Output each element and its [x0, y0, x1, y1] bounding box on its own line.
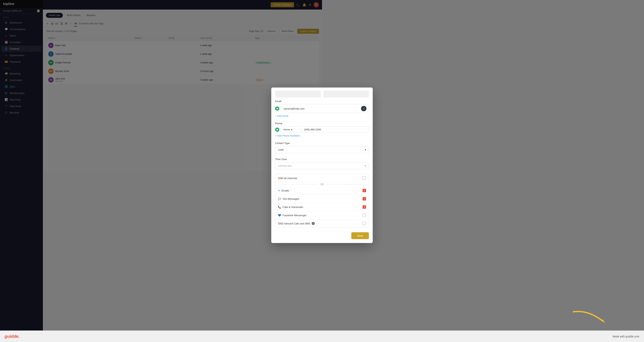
first-name-field: [275, 90, 321, 98]
modal-overlay: Email raynera@hotd.com 👤 + Add email Pho…: [0, 0, 322, 171]
contact-type-select[interactable]: Lead ▾: [275, 146, 322, 153]
timezone-select[interactable]: Choose one... ▾: [275, 162, 322, 169]
email-radio[interactable]: [275, 106, 279, 111]
timezone-label: Time Zone: [275, 158, 322, 161]
phone-type-select[interactable]: Home ▾: [281, 126, 300, 133]
email-label: Email: [275, 100, 322, 103]
email-section: Email raynera@hotd.com 👤 + Add email: [271, 98, 322, 120]
modal-top-fields: [271, 88, 322, 98]
phone-number-input[interactable]: (346) 890-2265: [302, 126, 322, 133]
phone-radio[interactable]: [275, 128, 279, 132]
add-email-link[interactable]: + Add email: [275, 114, 322, 118]
chevron-down-icon: ▾: [291, 128, 292, 131]
contact-edit-modal: Email raynera@hotd.com 👤 + Add email Pho…: [271, 88, 322, 171]
contact-type-section: Contact Type Lead ▾: [271, 140, 322, 156]
email-input-field[interactable]: raynera@hotd.com 👤: [281, 104, 322, 113]
contact-type-label: Contact Type: [275, 142, 322, 144]
email-row: raynera@hotd.com 👤: [275, 104, 322, 113]
phone-row: Home ▾ (346) 890-2265: [275, 126, 322, 133]
phone-section: Phone Home ▾ (346) 890-2265 + Add Phone …: [271, 120, 322, 140]
timezone-section: Time Zone Choose one... ▾: [271, 156, 322, 171]
phone-label: Phone: [275, 122, 322, 125]
add-phone-link[interactable]: + Add Phone Numbers: [275, 134, 322, 137]
